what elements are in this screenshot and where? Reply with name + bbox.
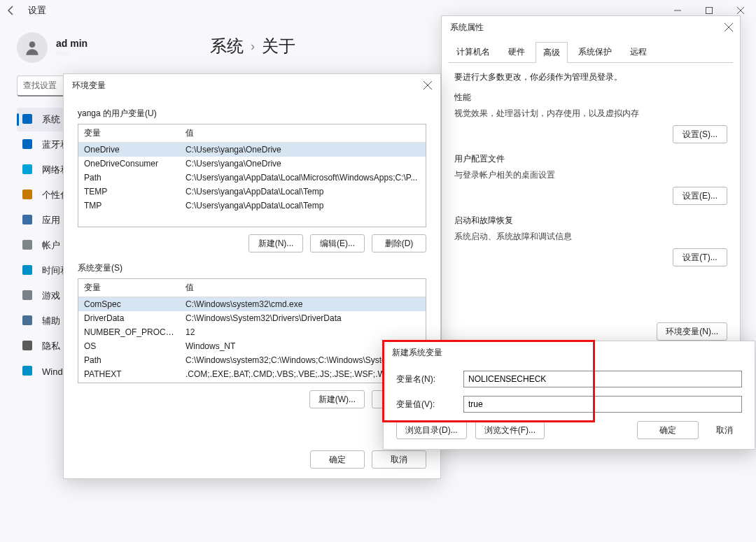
table-row[interactable]: OneDriveC:\Users\yanga\OneDrive [78, 143, 426, 157]
var-value: C:\Users\yanga\AppData\Local\Temp [180, 185, 426, 199]
breadcrumb-root[interactable]: 系统 [210, 35, 244, 57]
nav-icon [22, 215, 34, 226]
group-settings-button[interactable]: 设置(T)... [673, 248, 727, 266]
sys-new-button[interactable]: 新建(W)... [309, 390, 365, 408]
col-header-value[interactable]: 值 [180, 279, 426, 297]
search-placeholder: 查找设置 [23, 80, 57, 92]
system-properties-dialog: 系统属性 计算机名硬件高级系统保护远程 要进行大多数更改，你必须作为管理员登录。… [441, 15, 741, 351]
var-value-input[interactable] [463, 396, 742, 413]
chevron-right-icon: › [251, 39, 255, 54]
table-row[interactable]: TEMPC:\Users\yanga\AppData\Local\Temp [78, 185, 426, 199]
nav-icon [22, 114, 34, 125]
nav-label: 帐户 [42, 239, 60, 252]
var-value: C:\Windows\system32\cmd.exe [180, 297, 426, 311]
nav-icon [22, 366, 34, 377]
nav-icon [22, 240, 34, 251]
var-name: DriverData [78, 311, 180, 325]
envvars-ok-button[interactable]: 确定 [310, 450, 365, 469]
group-title: 用户配置文件 [454, 153, 727, 165]
sys-vars-label: 系统变量(S) [78, 262, 426, 274]
var-name: OneDriveConsumer [78, 157, 180, 171]
nav-icon [22, 265, 34, 276]
sysprops-tabs: 计算机名硬件高级系统保护远程 [442, 38, 740, 62]
var-value: C:\Users\yanga\AppData\Local\Microsoft\W… [180, 171, 426, 185]
env-vars-button[interactable]: 环境变量(N)... [657, 322, 727, 341]
table-row[interactable]: PROCESSOR_ARCHITECT...AMD64 [78, 381, 426, 383]
user-sub: ······ [56, 49, 88, 57]
nav-icon [22, 341, 34, 352]
table-row[interactable]: ComSpecC:\Windows\system32\cmd.exe [78, 297, 426, 311]
sysprops-tab[interactable]: 系统保护 [570, 41, 620, 62]
var-name: ComSpec [78, 297, 180, 311]
var-name: TEMP [78, 185, 180, 199]
user-name: ad min [56, 38, 88, 49]
newvar-ok-button[interactable]: 确定 [637, 421, 699, 439]
group-desc: 系统启动、系统故障和调试信息 [454, 231, 727, 243]
table-row[interactable]: OSWindows_NT [78, 339, 426, 353]
nav-label: 辅助 [42, 315, 60, 327]
var-name: PROCESSOR_ARCHITECT... [78, 381, 180, 383]
table-row[interactable]: NUMBER_OF_PROCESSORS12 [78, 325, 426, 339]
var-name-label: 变量名(N): [396, 373, 455, 385]
user-edit-button[interactable]: 编辑(E)... [310, 234, 365, 252]
var-name: OneDrive [78, 143, 180, 157]
close-icon[interactable] [421, 78, 435, 92]
table-row[interactable]: PathC:\Users\yanga\AppData\Local\Microso… [78, 171, 426, 185]
var-value: 12 [180, 325, 426, 339]
envvars-cancel-button[interactable]: 取消 [372, 450, 426, 469]
var-value: C:\Windows\System32\Drivers\DriverData [180, 311, 426, 325]
nav-label: 系统 [42, 113, 60, 126]
group-settings-button[interactable]: 设置(E)... [673, 187, 727, 205]
var-value-label: 变量值(V): [396, 399, 455, 411]
var-value: C:\Users\yanga\AppData\Local\Temp [180, 199, 426, 213]
col-header-value[interactable]: 值 [180, 124, 426, 142]
avatar [17, 32, 48, 63]
svg-point-4 [29, 41, 36, 48]
sysprops-tab[interactable]: 高级 [536, 42, 568, 63]
group-desc: 视觉效果，处理器计划，内存使用，以及虚拟内存 [454, 108, 727, 120]
nav-icon [22, 190, 34, 201]
col-header-variable[interactable]: 变量 [78, 124, 180, 142]
back-icon[interactable] [6, 5, 17, 16]
group-title: 启动和故障恢复 [454, 215, 727, 227]
browse-file-button[interactable]: 浏览文件(F)... [475, 421, 545, 439]
sysprops-note: 要进行大多数更改，你必须作为管理员登录。 [454, 71, 727, 83]
var-value: C:\Users\yanga\OneDrive [180, 143, 426, 157]
group-settings-button[interactable]: 设置(S)... [673, 125, 727, 143]
envvars-title: 环境变量 [64, 74, 440, 97]
user-delete-button[interactable]: 删除(D) [372, 234, 426, 252]
table-row[interactable]: TMPC:\Users\yanga\AppData\Local\Temp [78, 199, 426, 213]
var-name: NUMBER_OF_PROCESSORS [78, 325, 180, 339]
var-value: C:\Users\yanga\OneDrive [180, 157, 426, 171]
group-title: 性能 [454, 92, 727, 104]
group-desc: 与登录帐户相关的桌面设置 [454, 169, 727, 181]
sysprops-tab[interactable]: 硬件 [500, 41, 533, 62]
nav-label: 隐私 [42, 340, 60, 352]
newvar-cancel-button[interactable]: 取消 [707, 421, 742, 439]
window-title: 设置 [28, 4, 46, 17]
newvar-title: 新建系统变量 [384, 341, 755, 364]
user-new-button[interactable]: 新建(N)... [248, 234, 303, 252]
nav-icon [22, 315, 34, 327]
breadcrumb-leaf: 关于 [262, 35, 295, 57]
table-row[interactable]: PathC:\Windows\system32;C:\Windows;C:\Wi… [78, 353, 426, 367]
user-block[interactable]: ad min ······ [17, 32, 199, 63]
user-vars-table[interactable]: 变量 值 OneDriveC:\Users\yanga\OneDriveOneD… [78, 124, 426, 227]
svg-rect-1 [706, 8, 712, 14]
var-name: TMP [78, 199, 180, 213]
table-row[interactable]: OneDriveConsumerC:\Users\yanga\OneDrive [78, 157, 426, 171]
close-icon[interactable] [722, 20, 736, 34]
var-name: PATHEXT [78, 367, 180, 381]
sysprops-tab[interactable]: 计算机名 [449, 41, 498, 62]
table-row[interactable]: PATHEXT.COM;.EXE;.BAT;.CMD;.VBS;.VBE;.JS… [78, 367, 426, 381]
browse-dir-button[interactable]: 浏览目录(D)... [396, 421, 467, 439]
sys-vars-table[interactable]: 变量 值 ComSpecC:\Windows\system32\cmd.exeD… [78, 278, 426, 383]
nav-icon [22, 164, 34, 176]
nav-icon [22, 290, 34, 301]
user-vars-label: yanga 的用户变量(U) [78, 108, 426, 120]
var-name-input[interactable] [463, 371, 742, 387]
var-name: OS [78, 339, 180, 353]
sysprops-tab[interactable]: 远程 [622, 41, 654, 62]
col-header-variable[interactable]: 变量 [78, 279, 180, 297]
table-row[interactable]: DriverDataC:\Windows\System32\Drivers\Dr… [78, 311, 426, 325]
